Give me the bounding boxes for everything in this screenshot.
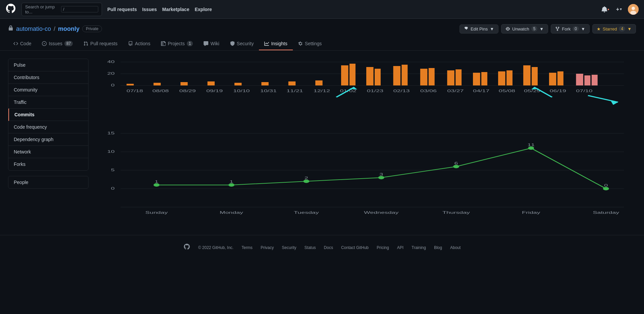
sidebar-pulse[interactable]: Pulse (8, 59, 88, 71)
edit-pins-chevron: ▼ (490, 26, 494, 32)
footer-link-docs[interactable]: Docs (324, 245, 333, 250)
svg-text:08/29: 08/29 (179, 89, 196, 93)
tab-code[interactable]: Code (8, 38, 37, 50)
line-chart-container: 15 10 5 0 (97, 127, 636, 222)
tab-insights[interactable]: Insights (259, 38, 292, 50)
svg-text:12/12: 12/12 (314, 89, 330, 93)
svg-point-72 (228, 183, 234, 187)
sidebar-commits[interactable]: Commits (8, 109, 88, 121)
svg-text:6: 6 (454, 161, 458, 165)
footer-link-api[interactable]: API (397, 245, 404, 250)
marketplace-link[interactable]: Marketplace (162, 7, 190, 12)
footer-link-about[interactable]: About (450, 245, 461, 250)
tab-settings[interactable]: Settings (293, 38, 327, 50)
tab-pullrequests[interactable]: Pull requests (78, 38, 123, 50)
svg-rect-27 (473, 73, 480, 85)
svg-rect-34 (557, 71, 564, 85)
svg-text:0: 0 (604, 183, 608, 187)
svg-point-77 (603, 187, 609, 190)
edit-pins-button[interactable]: Edit Pins ▼ (460, 24, 498, 34)
private-badge: Private (82, 25, 102, 32)
notifications-button[interactable]: ● (600, 5, 611, 14)
svg-rect-26 (455, 69, 462, 85)
tab-code-label: Code (20, 41, 31, 46)
avatar[interactable] (628, 4, 639, 15)
explore-link[interactable]: Explore (195, 7, 212, 12)
tab-projects[interactable]: Projects 1 (156, 38, 198, 50)
tab-insights-label: Insights (271, 41, 287, 46)
footer-link-status[interactable]: Status (305, 245, 316, 250)
plus-menu-button[interactable]: + ▼ (615, 5, 624, 14)
search-bar[interactable]: Search or jump to... / (21, 3, 102, 16)
svg-rect-24 (429, 68, 435, 85)
footer-link-terms[interactable]: Terms (241, 245, 253, 250)
footer-link-training[interactable]: Training (412, 245, 426, 250)
svg-rect-31 (523, 65, 530, 85)
sidebar-people[interactable]: People (8, 176, 88, 188)
svg-point-73 (303, 180, 309, 183)
sidebar-nav: Pulse Contributors Community Traffic Com… (8, 59, 89, 171)
svg-text:Saturday: Saturday (593, 210, 619, 214)
footer-link-security[interactable]: Security (282, 245, 296, 250)
svg-text:1: 1 (155, 180, 158, 184)
svg-point-75 (453, 165, 459, 168)
sidebar: Pulse Contributors Community Traffic Com… (8, 59, 89, 222)
starred-button[interactable]: ★ Starred 4 ▼ (592, 24, 636, 34)
pull-requests-link[interactable]: Pull requests (107, 7, 137, 12)
search-placeholder-text: Search or jump to... (25, 4, 58, 14)
footer-link-blog[interactable]: Blog (434, 245, 442, 250)
svg-rect-18 (350, 64, 356, 85)
footer-github-logo (183, 243, 190, 252)
svg-text:Wednesday: Wednesday (364, 210, 398, 214)
svg-rect-35 (576, 74, 583, 85)
sidebar-contributors[interactable]: Contributors (8, 71, 88, 84)
svg-rect-12 (208, 81, 215, 85)
repo-owner[interactable]: automatio-co (16, 25, 51, 33)
svg-rect-10 (154, 83, 161, 85)
footer-link-privacy[interactable]: Privacy (261, 245, 274, 250)
bar-chart-container: 40 20 0 (97, 59, 636, 107)
svg-rect-37 (592, 75, 598, 85)
main-content: Pulse Contributors Community Traffic Com… (0, 51, 644, 222)
tab-actions[interactable]: Actions (123, 38, 156, 50)
svg-rect-11 (180, 82, 187, 85)
sidebar-code-frequency[interactable]: Code frequency (8, 121, 88, 133)
svg-rect-22 (401, 65, 408, 85)
svg-text:05/08: 05/08 (499, 89, 515, 93)
unwatch-button[interactable]: Unwatch 5 ▼ (501, 24, 548, 34)
unwatch-label: Unwatch (512, 26, 529, 32)
fork-button[interactable]: Fork 0 ▼ (551, 24, 590, 34)
tab-issues[interactable]: Issues 87 (37, 38, 78, 50)
sidebar-forks[interactable]: Forks (8, 158, 88, 170)
tab-wiki-label: Wiki (210, 41, 219, 46)
sidebar-community[interactable]: Community (8, 84, 88, 96)
svg-text:04/17: 04/17 (473, 89, 489, 93)
issues-link[interactable]: Issues (142, 7, 157, 12)
svg-text:Friday: Friday (522, 210, 540, 214)
tab-security[interactable]: Security (225, 38, 259, 50)
github-logo-icon[interactable] (5, 3, 16, 16)
issues-badge: 87 (64, 41, 73, 46)
tab-wiki[interactable]: Wiki (198, 38, 224, 50)
svg-point-1 (632, 7, 635, 10)
svg-text:07/10: 07/10 (576, 89, 592, 93)
sidebar-network[interactable]: Network (8, 146, 88, 158)
svg-text:03/27: 03/27 (447, 89, 464, 93)
svg-line-60 (588, 96, 618, 102)
footer-link-pricing[interactable]: Pricing (377, 245, 389, 250)
top-nav-links: Pull requests Issues Marketplace Explore (107, 7, 212, 12)
svg-rect-19 (366, 67, 373, 85)
line-chart-svg: 15 10 5 0 (97, 127, 636, 221)
svg-text:Monday: Monday (220, 210, 243, 214)
repo-name[interactable]: moonly (58, 25, 79, 33)
svg-point-76 (528, 146, 534, 150)
sidebar-dependency-graph[interactable]: Dependency graph (8, 133, 88, 146)
repo-actions: Edit Pins ▼ Unwatch 5 ▼ Fork 0 ▼ ★ Starr… (460, 24, 636, 34)
svg-rect-32 (532, 67, 538, 85)
svg-text:Sunday: Sunday (145, 210, 168, 214)
svg-text:Tuesday: Tuesday (294, 210, 319, 214)
fork-count: 0 (573, 26, 579, 32)
sidebar-traffic[interactable]: Traffic (8, 96, 88, 109)
bar-chart-svg: 40 20 0 (97, 59, 636, 106)
footer-link-contact[interactable]: Contact GitHub (341, 245, 369, 250)
